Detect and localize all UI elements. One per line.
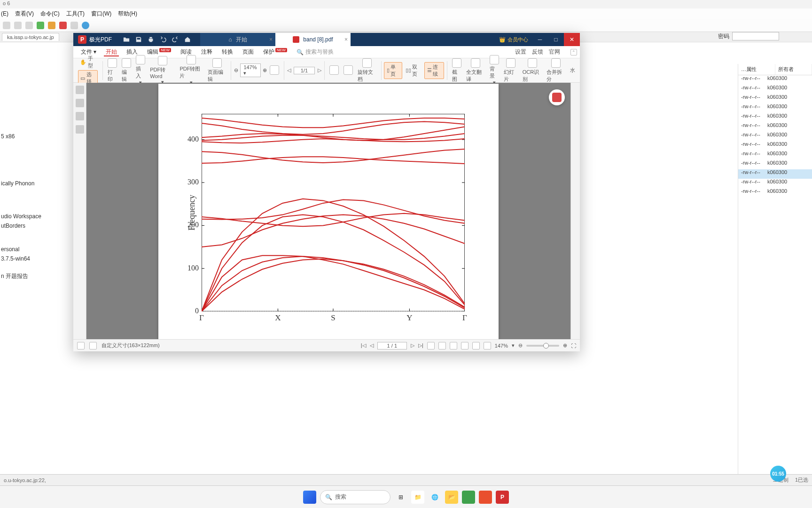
file-row[interactable]: -rw-r--r--k060300 xyxy=(738,85,812,94)
zoom-in-button[interactable]: ⊕ xyxy=(563,342,567,349)
status-icon[interactable] xyxy=(89,342,97,349)
file-row[interactable]: -rw-r--r--k060300 xyxy=(738,103,812,113)
maximize-button[interactable]: □ xyxy=(548,33,564,46)
merge-split-button[interactable]: 合并拆分 xyxy=(545,58,567,83)
page-edit-button[interactable]: 页面编辑 xyxy=(206,58,228,83)
file-row[interactable]: -rw-r--r--k060300 xyxy=(738,141,812,151)
background-button[interactable]: 背景▾ xyxy=(488,55,501,86)
rotate-right-button[interactable] xyxy=(342,65,355,76)
prev-page-button[interactable]: ◁ xyxy=(287,67,291,73)
view-double[interactable]: ▯▯双页 xyxy=(403,63,423,79)
toolbar-icon[interactable] xyxy=(70,22,78,29)
page-indicator[interactable]: 1 / 1 xyxy=(377,342,407,349)
collapse-ribbon-button[interactable]: ⌃ xyxy=(570,49,577,56)
menu-insert[interactable]: 插入 xyxy=(122,48,142,56)
bg-menu[interactable]: 帮助(H) xyxy=(118,10,137,18)
undo-icon[interactable] xyxy=(160,36,166,43)
zoom-slider[interactable] xyxy=(526,345,559,347)
app-icon[interactable] xyxy=(479,491,492,504)
screenshot-button[interactable]: 截图 xyxy=(450,58,463,83)
view-continuous[interactable]: ☰连续 xyxy=(424,62,445,79)
menu-start[interactable]: 开始 xyxy=(101,48,122,56)
file-row[interactable]: -rw-r--r--k060300 xyxy=(738,151,812,160)
file-row[interactable]: -rw-r--r--k060300 xyxy=(738,75,812,85)
home-icon[interactable] xyxy=(184,36,191,43)
toolbar-icon[interactable] xyxy=(37,22,44,29)
start-button[interactable] xyxy=(303,491,316,504)
file-row[interactable]: -rw-r--r--k060300 xyxy=(738,169,812,179)
next-page-button[interactable]: ▷ xyxy=(411,342,414,349)
view-single[interactable]: ▯单页 xyxy=(384,62,402,79)
watermark-button[interactable]: 水 xyxy=(568,67,577,74)
menu-edit[interactable]: 编辑NEW xyxy=(142,48,176,56)
last-page-button[interactable]: ▷| xyxy=(418,342,423,349)
next-page-button[interactable]: ▷ xyxy=(318,67,321,73)
file-row[interactable]: -rw-r--r--k060300 xyxy=(738,113,812,122)
page-number[interactable]: 1/1 xyxy=(294,67,315,74)
ocr-button[interactable]: OCR识别 xyxy=(521,58,544,83)
bg-session-tab[interactable]: ka.issp.u-tokyo.ac.jp xyxy=(2,33,59,41)
nav-item[interactable]: 3.7.5-win64 xyxy=(1,254,43,263)
close-button[interactable]: ✕ xyxy=(564,33,580,46)
menu-website[interactable]: 官网 xyxy=(549,48,560,56)
status-icon[interactable] xyxy=(77,342,85,349)
zoom-out-button[interactable]: ⊖ xyxy=(518,342,523,349)
menu-annotate[interactable]: 注释 xyxy=(196,48,217,56)
bg-menu[interactable]: 命令(C) xyxy=(40,10,60,18)
fullscreen-button[interactable]: ⛶ xyxy=(571,343,576,349)
pdf-to-image-button[interactable]: PDF转图片▾ xyxy=(178,55,205,86)
nav-item[interactable]: n 开题报告 xyxy=(1,271,43,282)
nav-item[interactable]: 5 x86 xyxy=(1,132,43,141)
file-row[interactable]: -rw-r--r--k060300 xyxy=(738,122,812,132)
close-icon[interactable]: × xyxy=(269,36,273,43)
slideshow-button[interactable]: 幻灯片 xyxy=(502,58,520,83)
rotate-doc-button[interactable]: 旋转文档 xyxy=(356,58,378,83)
print-button[interactable]: 打印 xyxy=(106,58,119,83)
minimize-button[interactable]: ─ xyxy=(532,33,548,46)
close-icon[interactable]: × xyxy=(344,36,348,43)
timer-badge[interactable]: 01:55 xyxy=(770,466,786,482)
file-row[interactable]: -rw-r--r--k060300 xyxy=(738,160,812,169)
first-page-button[interactable]: |◁ xyxy=(361,342,366,349)
file-row[interactable]: -rw-r--r--k060300 xyxy=(738,179,812,188)
pdf-app-icon[interactable]: P xyxy=(496,491,509,504)
toolbar-icon[interactable] xyxy=(14,22,22,29)
edge-icon[interactable]: 🌐 xyxy=(428,491,441,504)
bg-menu[interactable]: 窗口(W) xyxy=(91,10,111,18)
task-view-icon[interactable]: ⊞ xyxy=(394,491,407,504)
folder-icon[interactable]: 📂 xyxy=(445,491,458,504)
pdf-tab-home[interactable]: ⌂ 开始 × xyxy=(200,33,275,46)
col-perms[interactable]: …属性 xyxy=(738,64,775,75)
menu-file[interactable]: 文件 ▾ xyxy=(76,48,101,56)
right-strip[interactable] xyxy=(570,83,580,339)
zoom-level[interactable]: 147% ▾ xyxy=(240,64,260,77)
search-panel-icon[interactable] xyxy=(76,125,84,134)
toolbar-icon[interactable] xyxy=(48,22,55,29)
toolbar-icon[interactable] xyxy=(25,22,33,29)
zoom-in-button[interactable]: ⊕ xyxy=(263,67,267,73)
file-row[interactable]: -rw-r--r--k060300 xyxy=(738,94,812,103)
prev-page-button[interactable]: ◁ xyxy=(370,342,374,349)
menu-page[interactable]: 页面 xyxy=(238,48,258,56)
view-mode-icon[interactable] xyxy=(484,342,491,349)
print-icon[interactable] xyxy=(148,36,154,43)
toolbar-icon[interactable] xyxy=(3,22,10,29)
file-row[interactable]: -rw-r--r--k060300 xyxy=(738,188,812,198)
pdf-tab-document[interactable]: band [8].pdf × xyxy=(275,33,351,46)
menu-read[interactable]: 阅读 xyxy=(176,48,196,56)
fit-page-button[interactable] xyxy=(268,65,281,76)
bg-menu[interactable]: 工具(T) xyxy=(66,10,85,18)
insert-button[interactable]: 插入▾ xyxy=(134,55,147,86)
taskbar-search[interactable]: 🔍 搜索 xyxy=(320,490,390,504)
explorer-icon[interactable]: 📁 xyxy=(411,491,424,504)
search-box[interactable]: 🔍 搜索与替换 xyxy=(297,48,334,56)
redo-icon[interactable] xyxy=(172,36,179,43)
grid-icon[interactable] xyxy=(76,99,84,107)
menu-feedback[interactable]: 反馈 xyxy=(532,48,543,56)
open-icon[interactable] xyxy=(123,36,130,43)
view-mode-icon[interactable] xyxy=(438,342,446,349)
floating-action-button[interactable] xyxy=(549,89,565,105)
pdf-page[interactable]: Frequency 0100200300400ΓXSYΓ xyxy=(158,84,499,339)
annotations-icon[interactable] xyxy=(76,112,84,120)
view-mode-icon[interactable] xyxy=(450,342,457,349)
